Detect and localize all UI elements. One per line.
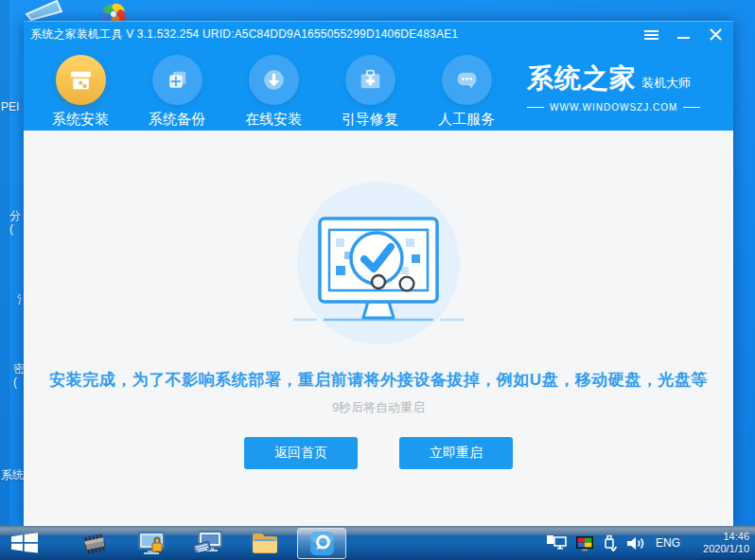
nav-item-human-service[interactable]: 人工服务: [429, 47, 504, 131]
repair-kit-icon: [345, 55, 395, 105]
nav-label: 在线安装: [245, 111, 302, 129]
desktop: PEI 分 ( 氵 密 ( 系统 系统之家装机工具 V 3.1.532.254 …: [0, 0, 755, 560]
nav-item-system-backup[interactable]: 系统备份: [139, 47, 215, 131]
install-complete-illustration: [270, 176, 487, 354]
volume-tray-icon[interactable]: [626, 535, 645, 551]
desktop-label-fragment: (: [9, 222, 13, 236]
language-indicator[interactable]: ENG: [656, 536, 680, 550]
restart-countdown: 9秒后将自动重启: [332, 399, 425, 416]
minimize-icon[interactable]: [675, 26, 692, 44]
desktop-label-fragment: 系统: [1, 467, 24, 483]
window-title: 系统之家装机工具 V 3.1.532.254 URID:A5C84DD9A165…: [30, 26, 458, 43]
nav-label: 引导修复: [342, 111, 398, 129]
brand-site-url: WWW.WINDOWSZJ.COM: [550, 102, 677, 113]
usb-eject-tray-icon[interactable]: [603, 534, 618, 551]
completion-message: 安装完成，为了不影响系统部署，重启前请将外接设备拔掉，例如U盘，移动硬盘，光盘等: [49, 369, 707, 391]
start-button[interactable]: [0, 526, 49, 560]
clock-date: 2020/1/10: [694, 543, 749, 555]
nav-label: 人工服务: [438, 111, 495, 129]
download-icon: [249, 55, 299, 105]
taskbar-item-installer-active[interactable]: [297, 528, 346, 559]
taskbar-item-locked-display[interactable]: [132, 526, 170, 560]
taskbar-item-computer-settings[interactable]: [189, 526, 227, 560]
nav-item-system-install[interactable]: 系统安装: [43, 47, 118, 131]
nav-item-online-install[interactable]: 在线安装: [236, 47, 311, 131]
nav-label: 系统安装: [52, 111, 109, 129]
display-color-tray-icon[interactable]: [575, 535, 594, 551]
network-tray-icon[interactable]: [546, 534, 567, 551]
nav-bar: 系统安装 系统备份: [24, 47, 733, 131]
nav-item-boot-repair[interactable]: 引导修复: [332, 47, 408, 131]
brand-name: 系统之家: [527, 61, 637, 96]
desktop-label-fragment: PEI: [1, 100, 19, 114]
install-icon: [56, 55, 106, 105]
close-icon[interactable]: [707, 26, 724, 44]
desktop-label-fragment: (: [13, 376, 17, 389]
main-content: 安装完成，为了不影响系统部署，重启前请将外接设备拔掉，例如U盘，移动硬盘，光盘等…: [24, 131, 733, 527]
brand-logo: 系统之家 装机大师 WWW.WINDOWSZJ.COM: [527, 61, 716, 113]
clock-time: 14:46: [694, 531, 749, 543]
clock[interactable]: 14:46 2020/1/10: [694, 531, 749, 555]
nav-label: 系统备份: [149, 111, 205, 129]
title-bar[interactable]: 系统之家装机工具 V 3.1.532.254 URID:A5C84DD9A165…: [24, 22, 733, 47]
display-desktop-icon[interactable]: [25, 0, 64, 21]
installer-window: 系统之家装机工具 V 3.1.532.254 URID:A5C84DD9A165…: [24, 21, 733, 526]
taskbar: ENG 14:46 2020/1/10: [0, 526, 755, 560]
chat-icon: [442, 55, 492, 105]
windows-logo-icon: [10, 533, 39, 553]
brand-suffix: 装机大师: [641, 75, 691, 92]
menu-icon[interactable]: [642, 26, 659, 44]
back-home-button[interactable]: 返回首页: [244, 437, 358, 469]
system-tray: ENG 14:46 2020/1/10: [546, 526, 749, 560]
backup-icon: [152, 55, 202, 105]
taskbar-item-chip-tool[interactable]: [76, 526, 114, 560]
restart-now-button[interactable]: 立即重启: [399, 437, 513, 469]
taskbar-item-file-explorer[interactable]: [246, 526, 284, 560]
